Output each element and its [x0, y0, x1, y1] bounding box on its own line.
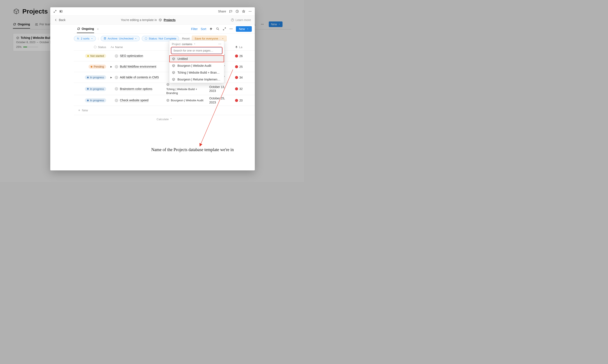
expand-toggle[interactable]: ▶	[110, 65, 113, 68]
svg-point-14	[232, 28, 232, 29]
column-header-name[interactable]: Aa Name	[108, 45, 164, 49]
last-cell: 25	[235, 65, 243, 68]
archive-filter-pill[interactable]: Archive: Unchecked	[101, 36, 140, 41]
modal-topbar: Share	[50, 7, 255, 15]
table-row[interactable]: Not started✓SEO optimizationOctober 19,2…	[74, 51, 255, 61]
tab-ongoing-label: Ongoing	[82, 27, 94, 30]
popover-option[interactable]: Untitled	[169, 55, 224, 62]
cube-icon	[172, 64, 175, 67]
table-row[interactable]: Pending▶✓Build Webflow environmentOctobe…	[74, 61, 255, 72]
help-icon	[231, 18, 234, 22]
sort-button[interactable]: Sort	[201, 27, 206, 31]
task-name[interactable]: Check website speed	[120, 99, 149, 102]
cube-icon	[166, 99, 170, 102]
annotation-caption: Name of the Projects database template w…	[151, 147, 234, 152]
cube-icon	[172, 71, 175, 74]
archive-filter-label: Archive: Unchecked	[108, 37, 134, 40]
arrow-left-icon	[54, 18, 58, 22]
new-button-label: New	[239, 27, 245, 31]
task-name[interactable]: Add table of contents in CMS	[120, 76, 159, 79]
svg-point-8	[250, 11, 251, 12]
save-dropdown-caret[interactable]	[220, 38, 224, 40]
chevron-down-icon	[91, 38, 93, 40]
chevron-down-icon	[222, 38, 224, 40]
back-button[interactable]: Back	[54, 18, 66, 22]
task-name[interactable]: SEO optimization	[120, 54, 143, 58]
projects-link[interactable]: Projects	[164, 18, 176, 22]
reset-filters-button[interactable]: Reset	[182, 37, 189, 40]
table-header-row: Status Aa Name Deadline La	[74, 44, 255, 51]
chevron-down-icon	[170, 118, 172, 120]
complete-checkbox[interactable]: ✓	[115, 76, 118, 79]
template-editor-modal: Share Back You're editing a template in …	[50, 7, 255, 170]
editing-prefix: You're editing a template in	[121, 18, 157, 22]
svg-point-18	[94, 46, 96, 48]
task-name[interactable]: Brainstorm color options	[120, 87, 152, 91]
popover-option[interactable]: Tching | Website Build + Bran…	[169, 69, 224, 76]
comment-icon[interactable]	[229, 10, 232, 13]
add-view-button[interactable]: +	[97, 27, 99, 31]
share-button[interactable]: Share	[218, 10, 226, 13]
popover-option[interactable]: Bourgeon | Relume Implemen…	[169, 76, 224, 83]
project-cell[interactable]: Bourgeon | Website Audit	[166, 99, 203, 102]
clock-icon[interactable]	[235, 10, 239, 13]
expand-diagonal-icon[interactable]	[53, 10, 57, 13]
svg-rect-5	[60, 11, 61, 12]
status-filter-label: Status: Not Complete	[149, 37, 176, 40]
sync-icon	[77, 27, 80, 30]
learn-more-label: Learn more	[235, 18, 251, 22]
complete-checkbox[interactable]: ✓	[115, 54, 118, 58]
complete-checkbox[interactable]: ✓	[115, 65, 118, 68]
more-icon[interactable]	[248, 10, 252, 13]
cube-icon	[172, 57, 175, 61]
learn-more-link[interactable]: Learn more	[231, 18, 251, 22]
chevron-down-icon	[247, 28, 249, 30]
task-name[interactable]: Build Webflow environment	[120, 65, 156, 68]
complete-checkbox[interactable]: ✓	[115, 87, 118, 91]
back-label: Back	[59, 18, 66, 22]
lightning-icon[interactable]	[209, 27, 213, 31]
deadline-cell: October 25,2023	[209, 96, 225, 104]
cube-icon	[166, 83, 170, 86]
last-cell: 20	[235, 99, 243, 102]
expand-icon[interactable]	[223, 27, 226, 31]
filter-button[interactable]: Filter	[191, 27, 198, 31]
star-icon[interactable]	[242, 10, 245, 13]
complete-checkbox[interactable]: ✓	[115, 99, 118, 102]
table-row[interactable]: In progress✓Brainstorm color optionsTchi…	[74, 83, 255, 95]
popover-header-field: Project	[172, 42, 180, 46]
cube-icon	[159, 18, 162, 22]
popover-header-mode[interactable]: contains	[182, 42, 192, 46]
svg-point-7	[249, 11, 249, 12]
status-badge: In progress	[85, 75, 106, 79]
bell-icon	[235, 46, 238, 49]
column-header-last-label: La	[239, 46, 242, 49]
new-button[interactable]: New	[236, 26, 252, 32]
deadline-cell: October 13,2023	[209, 85, 225, 93]
more-icon[interactable]	[218, 42, 221, 46]
calculate-button[interactable]: Calculate	[74, 115, 255, 123]
project-cell[interactable]: Tching | Website Build + Branding	[166, 83, 205, 95]
column-header-name-label: Name	[115, 46, 123, 49]
template-banner-text: You're editing a template in Projects	[68, 18, 229, 22]
expand-toggle[interactable]: ▶	[110, 76, 113, 78]
new-row-button[interactable]: + New	[74, 106, 255, 115]
tab-ongoing[interactable]: Ongoing	[77, 25, 94, 33]
more-icon[interactable]	[229, 27, 233, 31]
column-header-status-label: Status	[98, 46, 106, 49]
search-icon[interactable]	[216, 27, 220, 31]
column-header-last[interactable]: La	[233, 45, 246, 49]
popover-search-input[interactable]	[171, 47, 222, 54]
status-badge: Pending	[89, 65, 106, 69]
table-row[interactable]: In progress▶✓Add table of contents in CM…	[74, 72, 255, 83]
last-cell: 26	[235, 54, 243, 58]
popover-option[interactable]: Bourgeon | Website Audit	[169, 62, 224, 69]
template-banner: Back You're editing a template in Projec…	[50, 15, 255, 25]
svg-point-17	[145, 38, 147, 40]
table-row[interactable]: In progress✓Check website speedBourgeon …	[74, 95, 255, 106]
chevron-down-icon	[194, 43, 196, 45]
column-header-status[interactable]: Status	[74, 45, 108, 49]
sorts-pill[interactable]: 2 sorts	[74, 36, 96, 41]
sorts-pill-label: 2 sorts	[81, 37, 90, 40]
peek-mode-icon[interactable]	[59, 10, 63, 13]
